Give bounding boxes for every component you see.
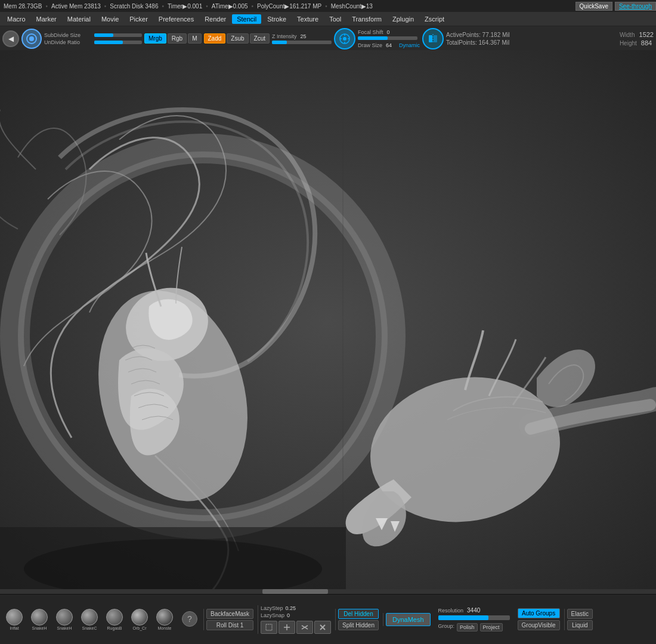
focal-group: Focal Shift 0 Draw Size 64 Dynamic	[358, 29, 420, 48]
tool-snakec[interactable]: SnakeC	[78, 609, 101, 630]
menu-material[interactable]: Material	[63, 14, 95, 24]
svg-point-3	[343, 37, 346, 41]
points-info: ActivePoints: 77.182 Mil TotalPoints: 16…	[446, 32, 510, 46]
menu-zplugin[interactable]: Zplugin	[388, 14, 419, 24]
see-through-button[interactable]: See-through	[615, 2, 656, 11]
dyna-mesh-button[interactable]: DynaMesh	[386, 613, 431, 626]
left-tool-icon-1[interactable]: ◀	[2, 30, 19, 47]
zcut-button[interactable]: Zcut	[250, 33, 270, 44]
symmetry-icon[interactable]	[422, 28, 444, 49]
menu-tool[interactable]: Tool	[324, 14, 346, 24]
color-buttons: Mrgb Rgb M	[144, 33, 202, 44]
del-hidden-button[interactable]: Del Hidden	[338, 609, 379, 619]
split-hidden-button[interactable]: Split Hidden	[338, 620, 379, 630]
menu-stencil[interactable]: Stencil	[232, 14, 261, 24]
draw-size-value: 64	[386, 42, 392, 48]
clip-cur-icon[interactable]	[314, 621, 331, 634]
atime-info: ATime▶0.005	[212, 3, 248, 10]
elastic-button[interactable]: Elastic	[567, 609, 593, 619]
tool-orbcr[interactable]: Orb_Cr	[128, 609, 151, 630]
mesh-count: MeshCount▶13	[331, 3, 373, 10]
tool-help[interactable]: ?	[178, 611, 202, 627]
lazy-snap-label: LazySnap	[261, 612, 284, 618]
height-value: 884	[641, 39, 652, 47]
brush-icon[interactable]	[21, 29, 42, 49]
tool-rugasb[interactable]: RugasB	[103, 609, 126, 630]
lazy-section: LazyStep 0.25 LazySnap 0	[258, 605, 333, 634]
menu-stroke[interactable]: Stroke	[262, 14, 291, 24]
resolution-slider[interactable]	[438, 615, 510, 620]
polish-button[interactable]: Polish	[457, 623, 478, 631]
viewport[interactable]	[0, 50, 656, 594]
menu-texture[interactable]: Texture	[292, 14, 323, 24]
elastic-section: Elastic Liquid	[564, 609, 595, 630]
tool-inflat[interactable]: Inflat	[2, 609, 26, 630]
bottom-toolbar: Inflat SnakeH SnakeH SnakeC RugasB Orb_C…	[0, 594, 656, 644]
zadd-button[interactable]: Zadd	[204, 33, 226, 44]
z-intensity-label: Z Intensity	[272, 33, 297, 39]
monste-icon	[156, 609, 173, 626]
viewport-scrollbar[interactable]	[0, 589, 656, 594]
trim-cu-icon[interactable]	[279, 621, 295, 634]
snakeh2-icon	[56, 609, 73, 626]
z-intensity-slider[interactable]	[272, 41, 332, 44]
svg-rect-20	[266, 624, 272, 630]
snakec-label: SnakeC	[82, 626, 97, 630]
subdivide-slider[interactable]	[94, 33, 142, 37]
liquid-button[interactable]: Liquid	[567, 620, 593, 630]
select-rect-icon[interactable]	[261, 621, 277, 634]
menu-preferences[interactable]: Preferences	[154, 14, 199, 24]
undivide-slider[interactable]	[94, 41, 142, 44]
z-intensity-group: Z Intensity 25	[272, 33, 332, 44]
orbcr-label: Orb_Cr	[133, 626, 147, 630]
mem-info: Mem 28.73GB	[4, 3, 42, 10]
focal-shift-slider[interactable]	[358, 36, 417, 40]
snakeh2-label: SnakeH	[57, 626, 72, 630]
total-points: TotalPoints: 164.367 Mil	[446, 39, 510, 46]
menu-zscript[interactable]: Zscript	[420, 14, 449, 24]
zsub-button[interactable]: Zsub	[227, 33, 248, 44]
hidden-section: Del Hidden Split Hidden	[335, 609, 381, 630]
resolution-section: Resolution 3440 Group: Polish Project	[435, 607, 513, 631]
snakeh1-label: SnakeH	[32, 626, 47, 630]
slice-cu-icon[interactable]	[296, 621, 313, 634]
scratch-disk: Scratch Disk 3486	[110, 3, 158, 10]
focal-icon[interactable]	[334, 28, 355, 49]
backface-section: BackfaceMask Roll Dist 1	[203, 609, 256, 630]
status-bar: Mem 28.73GB • Active Mem 23813 • Scratch…	[0, 0, 656, 12]
undivide-label: UnDivide Ratio	[44, 39, 92, 45]
rgb-button[interactable]: Rgb	[168, 33, 187, 44]
backface-mask-button[interactable]: BackfaceMask	[206, 609, 253, 619]
scrollbar-thumb[interactable]	[262, 589, 328, 594]
project-button[interactable]: Project	[480, 623, 503, 631]
menu-macro[interactable]: Macro	[2, 14, 30, 24]
inflat-label: Inflat	[10, 626, 18, 630]
toolbar-main: ◀ SubDivide Size UnDivide Ratio Mrgb Rgb…	[0, 26, 656, 51]
group-visible-button[interactable]: GroupVisible	[518, 620, 560, 630]
tool-monste[interactable]: Monste	[153, 609, 177, 630]
subdivide-group: SubDivide Size UnDivide Ratio	[44, 32, 142, 45]
menu-render[interactable]: Render	[200, 14, 231, 24]
quick-save-button[interactable]: QuickSave	[575, 2, 612, 11]
tool-snakeh1[interactable]: SnakeH	[27, 609, 51, 630]
auto-groups-button[interactable]: Auto Groups	[518, 608, 560, 618]
dyna-section: DynaMesh	[383, 613, 433, 626]
width-label: Width	[620, 32, 635, 38]
tool-snakeh2[interactable]: SnakeH	[52, 609, 76, 630]
dynamic-label[interactable]: Dynamic	[399, 42, 420, 48]
draw-size-label: Draw Size	[358, 42, 382, 48]
svg-rect-8	[429, 35, 432, 42]
subdivide-label: SubDivide Size	[44, 32, 92, 38]
scene-canvas[interactable]	[0, 50, 656, 594]
monste-label: Monste	[158, 626, 172, 630]
active-mem: Active Mem 23813	[51, 3, 101, 10]
snakeh1-icon	[31, 609, 48, 626]
menu-transform[interactable]: Transform	[347, 14, 386, 24]
menu-movie[interactable]: Movie	[97, 14, 123, 24]
mrgb-button[interactable]: Mrgb	[144, 33, 166, 44]
m-button[interactable]: M	[188, 33, 201, 44]
menu-picker[interactable]: Picker	[125, 14, 153, 24]
menu-marker[interactable]: Marker	[32, 14, 61, 24]
z-mode-buttons: Zadd Zsub Zcut	[204, 33, 270, 44]
roll-dist-button[interactable]: Roll Dist 1	[206, 620, 253, 630]
